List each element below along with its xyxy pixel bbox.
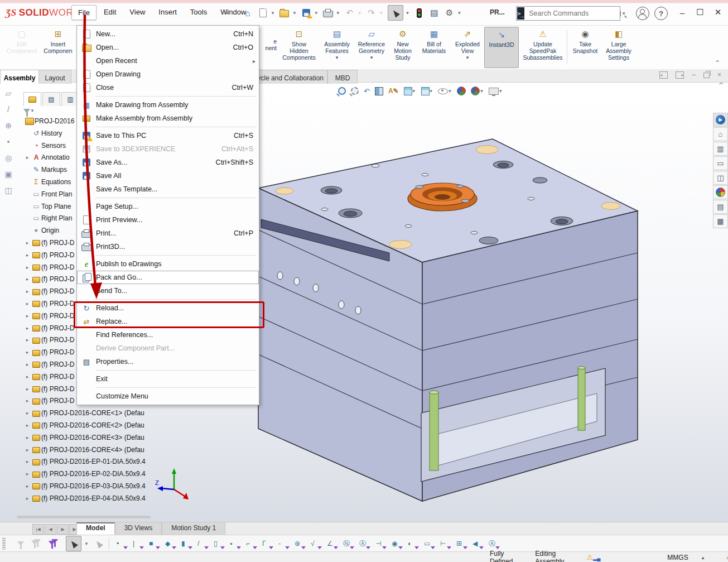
filter-geometric-tolerance-icon[interactable]: ◉ bbox=[392, 539, 401, 549]
tree-item-f-proj-d2016-ep-02-dia-50x9-4[interactable]: ▸(f) PROJ-D2016-EP-02-DIA.50x9.4 bbox=[17, 468, 173, 481]
hide-show-items-icon[interactable]: ▼ bbox=[438, 88, 452, 94]
expand-arrow-icon[interactable]: ▸ bbox=[23, 444, 31, 457]
options-gear-icon[interactable]: ⚙ bbox=[443, 7, 455, 18]
filter-select-dropdown-icon[interactable]: ▼ bbox=[84, 541, 89, 546]
point-icon[interactable]: • bbox=[7, 137, 10, 146]
filter-surface-icon[interactable]: ◆ bbox=[165, 539, 174, 549]
menu-item-properties[interactable]: ▤Properties... bbox=[77, 355, 259, 368]
triad-icon[interactable]: ⊕ bbox=[5, 121, 12, 130]
previous-view-icon[interactable]: ↶ bbox=[364, 87, 370, 95]
expand-arrow-icon[interactable]: ▸ bbox=[23, 273, 31, 286]
all-filters-icon[interactable] bbox=[31, 539, 41, 548]
filter-note-icon[interactable]: Ⓝ bbox=[343, 539, 352, 549]
filter-vertex-icon[interactable]: • bbox=[117, 539, 126, 549]
view-orientation-icon[interactable]: ▼ bbox=[404, 87, 416, 95]
menu-item-make-assembly-from-assembly[interactable]: Make Assembly from Assembly bbox=[77, 112, 259, 125]
menubar-item-tools[interactable]: Tools bbox=[184, 5, 213, 20]
menu-item-customize-menu[interactable]: Customize Menu bbox=[77, 390, 259, 403]
expand-arrow-icon[interactable]: ▸ bbox=[23, 323, 31, 335]
filter-dimension-icon[interactable]: √ bbox=[311, 539, 320, 549]
expand-arrow-icon[interactable]: ▸ bbox=[23, 286, 31, 298]
zoom-to-fit-icon[interactable] bbox=[338, 87, 346, 95]
expand-arrow-icon[interactable]: ▸ bbox=[23, 395, 31, 407]
filter-sketch-icon[interactable]: ⌐ bbox=[246, 539, 255, 549]
filter-sketch-point-icon[interactable]: ▪ bbox=[230, 539, 239, 549]
print-icon[interactable] bbox=[322, 7, 334, 18]
expand-arrow-icon[interactable]: ▸ bbox=[23, 359, 31, 371]
toolbar-grip[interactable] bbox=[2, 537, 6, 550]
tab-first-icon[interactable]: |◀ bbox=[32, 524, 44, 535]
open-icon[interactable] bbox=[279, 7, 290, 18]
ribbon-button-instant3d[interactable]: ↘Instant3D bbox=[484, 27, 519, 68]
menu-item-derive-component-part[interactable]: Derive Component Part... bbox=[77, 342, 259, 355]
window-close-button[interactable]: ✕ bbox=[711, 6, 725, 19]
tree-item-f-proj-d2016-ep-01-dia-50x9-4[interactable]: ▸(f) PROJ-D2016-EP-01-DIA.50x9.4 bbox=[17, 456, 173, 468]
expand-arrow-icon[interactable]: ▸ bbox=[23, 481, 31, 493]
ribbon-button-large-assembly-settings[interactable]: ◧LargeAssemblySettings bbox=[602, 27, 635, 67]
pane-right-icon[interactable]: ▸ bbox=[676, 71, 684, 79]
new-dropdown-icon[interactable]: ▼ bbox=[271, 11, 275, 16]
tab-3d-views[interactable]: 3D Views bbox=[115, 522, 162, 535]
performance-icon[interactable]: ⚠▂▄ bbox=[586, 553, 600, 561]
menu-item-save-as[interactable]: Save As...Ctrl+Shift+S bbox=[77, 156, 259, 169]
expand-arrow-icon[interactable]: ▸ bbox=[23, 420, 31, 432]
filter-hatch-icon[interactable]: ▭ bbox=[424, 539, 433, 549]
ribbon-button-show-hidden-components[interactable]: ⊡ShowHiddenComponents bbox=[280, 27, 318, 67]
mold-assembly-model[interactable] bbox=[240, 131, 647, 511]
expand-arrow-icon[interactable]: ▸ bbox=[23, 237, 31, 249]
menu-item-find-references[interactable]: Find References... bbox=[77, 328, 259, 342]
expand-arrow-icon[interactable]: ▸ bbox=[23, 456, 31, 468]
menu-item-print3d[interactable]: Print3D... bbox=[77, 240, 259, 253]
menubar-item-view[interactable]: View bbox=[123, 5, 151, 20]
home-icon[interactable]: ⌂ bbox=[242, 7, 253, 18]
save-icon[interactable] bbox=[301, 7, 312, 18]
filter-datum-icon[interactable]: ⊣ bbox=[375, 539, 384, 549]
tree-item-f-proj-d2016-core-2-defau[interactable]: ▸(f) PROJ-D2016-CORE<2> (Defau bbox=[17, 420, 173, 432]
expand-arrow-icon[interactable]: ▸ bbox=[23, 249, 31, 262]
doc-minimize-icon[interactable]: – bbox=[692, 71, 696, 79]
ribbon-button-take-snapshot[interactable]: ◉TakeSnapshot bbox=[570, 27, 600, 67]
filter-select-button[interactable] bbox=[66, 536, 81, 551]
search-box[interactable]: >_ ▼ bbox=[516, 6, 620, 21]
filter-axis-icon[interactable]: / bbox=[197, 539, 206, 549]
menu-item-page-setup[interactable]: Page Setup... bbox=[77, 200, 259, 213]
tab-next-icon[interactable]: ▶ bbox=[57, 524, 69, 535]
expand-arrow-icon[interactable]: ▸ bbox=[23, 262, 31, 274]
menu-item-pack-and-go[interactable]: Pack and Go... bbox=[77, 271, 259, 284]
search-icon[interactable] bbox=[620, 11, 621, 17]
tree-item-f-proj-d2016-core-3-defau[interactable]: ▸(f) PROJ-D2016-CORE<3> (Defau bbox=[17, 432, 173, 444]
expand-arrow-icon[interactable]: ▸ bbox=[23, 371, 31, 383]
tab-assembly[interactable]: Assembly bbox=[0, 70, 39, 84]
filter-annotation-icon[interactable]: Ⓐ bbox=[489, 539, 498, 549]
ribbon-button-update-speedpak-subassemblies[interactable]: ⚠UpdateSpeedPakSubassemblies bbox=[520, 27, 566, 67]
tree-scrollbar[interactable] bbox=[17, 516, 151, 518]
ribbon-button-edit-component[interactable]: ▢EditComponent bbox=[4, 27, 39, 67]
plane-icon[interactable]: ▱ bbox=[6, 89, 12, 98]
units-selector[interactable]: MMGS bbox=[667, 554, 688, 561]
filter-plane-icon[interactable]: ▯ bbox=[214, 539, 223, 549]
redo-icon[interactable]: ↷ bbox=[366, 7, 377, 18]
tab-propertymanager[interactable]: ▤ bbox=[42, 92, 60, 106]
window-minimize-button[interactable]: – bbox=[675, 6, 690, 19]
custom-properties-icon[interactable]: ▤ bbox=[713, 200, 728, 214]
ribbon-button-assembly-features[interactable]: ▤AssemblyFeatures▾ bbox=[320, 27, 354, 67]
menu-item-save-as-template[interactable]: Save As Template... bbox=[77, 182, 259, 196]
expand-arrow-icon[interactable]: ▸ bbox=[23, 383, 31, 396]
rebuild-icon[interactable] bbox=[413, 7, 425, 18]
menu-item-close[interactable]: CloseCtrl+W bbox=[77, 81, 259, 94]
edit-appearance-icon[interactable] bbox=[457, 87, 466, 95]
tab-motion-study-1[interactable]: Motion Study 1 bbox=[162, 522, 225, 535]
coordinate-system-icon[interactable]: ◎ bbox=[5, 153, 12, 162]
redo-dropdown-icon[interactable]: ▼ bbox=[379, 11, 384, 16]
design-library-icon[interactable]: ▥ bbox=[713, 142, 728, 156]
toggle-filters-icon[interactable] bbox=[49, 539, 59, 548]
doc-close-icon[interactable]: × bbox=[717, 71, 721, 79]
attachment-icon[interactable]: ◫ bbox=[4, 186, 12, 195]
filter-surface-finish-icon[interactable]: ∠ bbox=[327, 539, 336, 549]
options-dropdown-icon[interactable]: ▼ bbox=[457, 11, 461, 16]
new-document-icon[interactable] bbox=[257, 7, 268, 18]
section-view-icon[interactable] bbox=[375, 87, 383, 95]
print-dropdown-icon[interactable]: ▼ bbox=[336, 11, 340, 16]
ribbon-button-reference-geometry[interactable]: ▱ReferenceGeometry▾ bbox=[355, 27, 388, 67]
undo-dropdown-icon[interactable]: ▼ bbox=[358, 11, 362, 16]
